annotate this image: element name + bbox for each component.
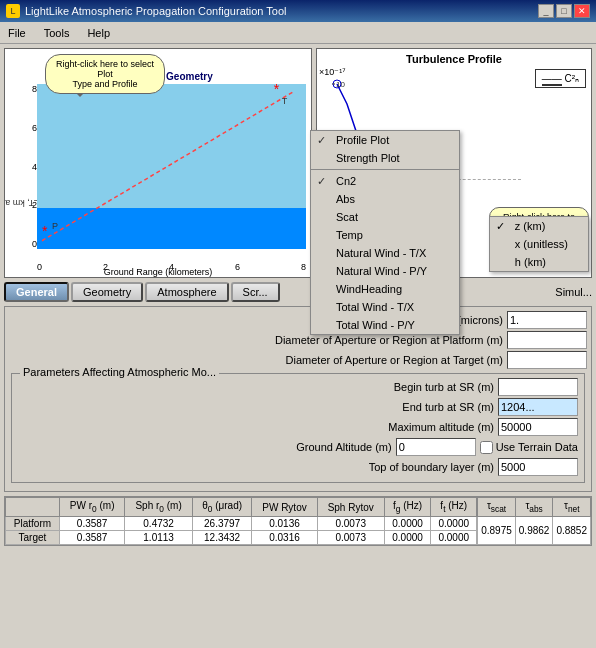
bottom-table: PW r0 (m) Sph r0 (m) θ0 (μrad) PW Rytov … [5,497,477,545]
aperture-platform-label: Diameter of Aperture or Region at Platfo… [9,334,503,346]
minimize-button[interactable]: _ [538,4,554,18]
wavelength-input[interactable] [507,311,587,329]
td-tau-abs: 0.9862 [515,517,553,545]
td-tau-net: 0.8852 [553,517,591,545]
tab-geometry[interactable]: Geometry [71,282,143,302]
window-title: LightLike Atmospheric Propagation Config… [25,5,287,17]
context-menu-cn2[interactable]: ✓ Cn2 [311,172,459,190]
top-section: Engagement Geometry Right-click here to … [4,48,592,278]
app-icon: L [6,4,20,18]
bottom-table-section: PW r0 (m) Sph r0 (m) θ0 (μrad) PW Rytov … [4,496,592,546]
context-menu-temp[interactable]: ✓ Temp [311,226,459,244]
turbulence-plot-title: Turbulence Profile [317,49,591,65]
context-menu-windheading[interactable]: ✓ WindHeading [311,280,459,298]
menu-file[interactable]: File [4,26,30,40]
th-sph-rytov: Sph Rytov [317,498,384,517]
td-platform-sph-r0: 0.4732 [125,517,192,531]
context-menu-scat[interactable]: ✓ Scat [311,208,459,226]
ground-alt-label: Ground Altitude (m) [18,441,392,453]
table-row-platform: Platform 0.3587 0.4732 26.3797 0.0136 0.… [6,517,477,531]
td-platform-pw-rytov: 0.0136 [252,517,317,531]
simul-label: Simul... [555,282,592,302]
ground-alt-input[interactable] [396,438,476,456]
th-pw-rytov: PW Rytov [252,498,317,517]
begin-turb-label: Begin turb at SR (m) [18,381,494,393]
y-axis: 86420 [7,84,37,249]
main-content: Engagement Geometry Right-click here to … [0,44,596,550]
td-target-theta0: 12.3432 [192,531,252,545]
group-title: Parameters Affecting Atmospheric Mo... [20,366,219,378]
aperture-platform-row: Diameter of Aperture or Region at Platfo… [9,331,587,349]
th-empty [6,498,60,517]
th-pw-r0: PW r0 (m) [59,498,124,517]
boundary-layer-input[interactable] [498,458,578,476]
max-alt-row: Maximum altitude (m) [18,418,578,436]
atmospheric-params-group: Parameters Affecting Atmospheric Mo... B… [11,373,585,483]
td-platform-ft: 0.0000 [431,517,477,531]
td-platform-pw-r0: 0.3587 [59,517,124,531]
th-sph-r0: Sph r0 (m) [125,498,192,517]
tab-general[interactable]: General [4,282,69,302]
aperture-platform-input[interactable] [507,331,587,349]
svg-line-0 [42,92,293,241]
svg-text:P: P [52,221,58,231]
context-menu-total-wind-tx[interactable]: ✓ Total Wind - T/X [311,298,459,316]
context-menu-sep1 [311,169,459,170]
engagement-plot[interactable]: Engagement Geometry Right-click here to … [4,48,312,278]
max-alt-input[interactable] [498,418,578,436]
td-target-pw-r0: 0.3587 [59,531,124,545]
form-section: Wavelength (microns) Diameter of Apertur… [4,306,592,492]
close-button[interactable]: ✕ [574,4,590,18]
aperture-target-label: Diameter of Aperture or Region at Target… [9,354,503,366]
td-platform-theta0: 26.3797 [192,517,252,531]
th-fg: fg (Hz) [384,498,430,517]
y-exponent: ×10⁻¹⁷ [319,67,346,77]
engagement-speech-bubble: Right-click here to select Plot Type and… [45,54,165,94]
td-target-pw-rytov: 0.0316 [252,531,317,545]
context-menu-natural-wind-tx[interactable]: ✓ Natural Wind - T/X [311,244,459,262]
end-turb-label: End turb at SR (m) [18,401,494,413]
sub-menu-item-z[interactable]: ✓ z (km) [490,217,588,235]
menu-tools[interactable]: Tools [40,26,74,40]
svg-text:10: 10 [336,80,345,89]
begin-turb-input[interactable] [498,378,578,396]
x-axis-label: Ground Range (kilometers) [5,267,311,277]
wavelength-row: Wavelength (microns) [9,311,587,329]
legend-box: —— C²ₙ [535,69,586,88]
ground-alt-row: Ground Altitude (m) Use Terrain Data [18,438,578,456]
row-header-target: Target [6,531,60,545]
context-menu-profile-plot[interactable]: ✓ Profile Plot [311,131,459,149]
th-tau-abs: τabs [515,498,553,517]
sub-menu-item-x[interactable]: ✓ x (unitless) [490,235,588,253]
th-theta0: θ0 (μrad) [192,498,252,517]
row-header-platform: Platform [6,517,60,531]
tab-atmosphere[interactable]: Atmosphere [145,282,228,302]
tab-screen[interactable]: Scr... [231,282,280,302]
tabs-row: General Geometry Atmosphere Scr... Simul… [4,282,592,302]
max-alt-label: Maximum altitude (m) [18,421,494,433]
boundary-layer-label: Top of boundary layer (m) [18,461,494,473]
right-table: τscat τabs τnet 0.8975 0.9862 0.8852 [477,497,591,545]
svg-text:*: * [274,84,280,97]
menu-help[interactable]: Help [83,26,114,40]
use-terrain-checkbox[interactable] [480,441,493,454]
menu-bar: File Tools Help [0,22,596,44]
context-menu-strength-plot[interactable]: ✓ Strength Plot [311,149,459,167]
sub-menu-item-h[interactable]: ✓ h (km) [490,253,588,271]
context-menu-total-wind-py[interactable]: ✓ Total Wind - P/Y [311,316,459,334]
svg-text:*: * [42,223,48,239]
maximize-button[interactable]: □ [556,4,572,18]
context-menu[interactable]: ✓ Profile Plot ✓ Strength Plot ✓ Cn2 ✓ A… [310,130,460,335]
title-bar: L LightLike Atmospheric Propagation Conf… [0,0,596,22]
engagement-svg: * P * T [37,84,306,249]
th-tau-net: τnet [553,498,591,517]
table-row-tau: 0.8975 0.9862 0.8852 [478,517,591,545]
context-menu-abs[interactable]: ✓ Abs [311,190,459,208]
aperture-target-input[interactable] [507,351,587,369]
svg-text:T: T [282,96,288,106]
table-row-target: Target 0.3587 1.0113 12.3432 0.0316 0.00… [6,531,477,545]
boundary-layer-row: Top of boundary layer (m) [18,458,578,476]
end-turb-input[interactable] [498,398,578,416]
context-menu-natural-wind-py[interactable]: ✓ Natural Wind - P/Y [311,262,459,280]
use-terrain-label: Use Terrain Data [480,441,578,454]
